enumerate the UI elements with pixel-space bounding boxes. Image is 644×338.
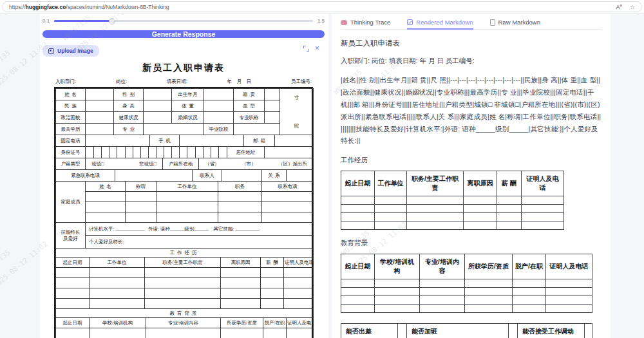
table-row xyxy=(341,196,564,205)
section-education: 教育背景 xyxy=(56,309,314,318)
cell xyxy=(86,89,114,100)
cell: 能否出差 xyxy=(341,324,398,338)
form-label: 称谓 xyxy=(126,182,156,192)
table-row xyxy=(341,213,564,221)
form-label: 血 型 xyxy=(234,100,265,112)
tab-rendered-markdown[interactable]: Rendered Markdown xyxy=(407,16,473,30)
form-meta-ymd: 年 月 日 xyxy=(227,79,252,85)
doc-abilities-table: 能否出差 能否加班 能否接受工作调动 是否曾在我公司应聘 是否有亲属或朋友在我公… xyxy=(341,323,592,338)
form-label: 手 机 xyxy=(150,135,180,147)
brain-icon xyxy=(341,20,347,25)
tab-thinking-trace[interactable]: Thinking Trace xyxy=(341,15,390,29)
cell xyxy=(234,124,280,135)
doc-edu-section-title: 教育背景 xyxy=(341,239,601,248)
form-label: 户籍所在地 xyxy=(163,158,199,170)
document-icon xyxy=(490,19,495,26)
form-title: 新员工入职申请表 xyxy=(54,62,313,74)
form-label: 技能特长及爱好 xyxy=(56,223,86,249)
form-label: 姓 名 xyxy=(86,182,126,192)
form-label: 关 系 xyxy=(262,170,287,182)
app-page: W03671352025-08-12 11:02 W03671352025-08… xyxy=(0,14,644,338)
uploaded-form-image: 新员工入职申请表 入职部门: 岗位: 填表日期: 年 月 日 员工编号: xyxy=(54,62,313,338)
doc-broken-table-text: |姓名||性 别||出生年月||籍 贯||尺 照||---|---|---|--… xyxy=(341,74,601,147)
table-row xyxy=(341,296,592,305)
table-row xyxy=(56,192,314,202)
form-label: 工作单位 xyxy=(90,258,145,268)
doc-title: 新员工入职申请表 xyxy=(341,39,601,48)
form-label: 户籍类型 xyxy=(56,158,86,170)
form-label: 职务 xyxy=(218,182,262,192)
cell xyxy=(204,112,234,124)
form-label: 学校/培训机构 xyxy=(90,318,146,328)
cell xyxy=(144,89,172,100)
table-row xyxy=(341,279,592,288)
column-header: 离职原因 xyxy=(464,171,497,196)
slider-min-label: 0.1 xyxy=(43,18,50,24)
form-table: 姓 名 性 别 出生年月 籍 贯 寸照 民 族 身 高 体 重 血 型 xyxy=(54,87,313,338)
slider-handle[interactable] xyxy=(109,18,115,24)
form-meta-position: 岗位: xyxy=(116,79,127,85)
temperature-slider[interactable] xyxy=(54,20,313,22)
table-row xyxy=(56,268,314,278)
form-label: 职务/主要工作职责 xyxy=(145,258,221,268)
form-label: 所获学历/资质 xyxy=(221,318,263,328)
form-label: 起止日期 xyxy=(56,258,90,268)
form-label: 专业职称 xyxy=(234,112,265,124)
form-label: 最高学历 xyxy=(56,124,86,135)
favorites-star-icon[interactable]: ☆ xyxy=(630,4,635,10)
form-label: 紧急联系电话 xyxy=(56,170,115,182)
doc-edu-table: 起止日期 学校/培训机构 专业/培训内容 所获学历/资质 脱产/在职 证明人及电… xyxy=(341,254,592,313)
column-header: 起止日期 xyxy=(341,171,375,196)
column-header: 证明人及电话 xyxy=(546,254,592,279)
section-work-experience: 工作经历 xyxy=(56,249,314,258)
form-label: 出生年月 xyxy=(172,89,204,100)
cell xyxy=(204,100,234,112)
form-label: 健康状况 xyxy=(114,112,144,124)
cell xyxy=(204,89,234,100)
hobby-line: 个人爱好及特长: xyxy=(86,236,314,249)
text-size-icon[interactable]: Aa xyxy=(616,3,622,10)
table-row xyxy=(341,221,564,230)
form-label: 毕业院校 xyxy=(204,124,234,135)
table-row xyxy=(56,328,314,338)
fullscreen-icon[interactable] xyxy=(303,46,309,52)
image-preview-area: Upload Image × 新员工入职申请表 入职部门: 岗位: 填表日期: … xyxy=(43,43,325,338)
generate-response-button[interactable]: Generate Response xyxy=(43,30,325,38)
tab-raw-markdown[interactable]: Raw Markdown xyxy=(490,15,540,29)
form-label: 婚姻状况 xyxy=(172,112,204,124)
form-label: 薪 酬 xyxy=(261,258,284,268)
column-header: 所获学历/资质 xyxy=(465,254,513,279)
output-tabs: Thinking Trace Rendered Markdown Raw Mar… xyxy=(341,14,601,30)
close-icon[interactable]: × xyxy=(315,46,319,52)
cell: 能否接受工作调动 xyxy=(518,324,585,338)
column-header: 薪 酬 xyxy=(497,171,522,196)
cell xyxy=(265,100,280,112)
upload-image-button[interactable]: Upload Image xyxy=(43,45,99,57)
left-panel: 0.1 1.5 Generate Response Upload Image × xyxy=(40,14,328,338)
form-label: 起止日期 xyxy=(56,318,90,328)
photo-box: 寸照 xyxy=(280,89,314,135)
cell xyxy=(86,135,150,147)
form-label: 固定电话 xyxy=(56,135,86,147)
skills-line: 计算机水平: ____________ 外语: 语种______级别______… xyxy=(86,223,314,236)
browser-bar: https://huggingface.co/spaces/numind/NuM… xyxy=(0,0,644,14)
doc-meta-line: 入职部门: 岗位: 填表日期: 年 月 日 员工编号: xyxy=(341,57,601,66)
rendered-markdown-content: 新员工入职申请表 入职部门: 岗位: 填表日期: 年 月 日 员工编号: |姓名… xyxy=(341,39,601,338)
cell xyxy=(287,170,314,182)
form-label: 居住地址 xyxy=(227,147,265,158)
form-label: 联系人 xyxy=(193,170,222,182)
household-type-options: 城镇□非城镇□ xyxy=(86,158,163,170)
table-row xyxy=(56,288,314,299)
address-bar[interactable]: https://huggingface.co/spaces/numind/NuM… xyxy=(2,1,642,12)
form-meta-date: 填表日期: xyxy=(167,79,187,85)
cell xyxy=(265,147,314,158)
form-label: 专业/培训内容 xyxy=(146,318,221,328)
column-header: 专业/培训内容 xyxy=(420,254,465,279)
column-header: 职务/主要工作职责 xyxy=(407,171,464,196)
form-label: 身份证号 xyxy=(56,147,86,158)
table-row xyxy=(56,212,314,223)
column-header: 起止日期 xyxy=(341,254,375,279)
form-label: 脱产/在职 xyxy=(263,318,287,328)
form-meta-row: 入职部门: 岗位: 填表日期: 年 月 日 员工编号: xyxy=(55,79,312,85)
temperature-slider-row: 0.1 1.5 xyxy=(43,18,325,24)
